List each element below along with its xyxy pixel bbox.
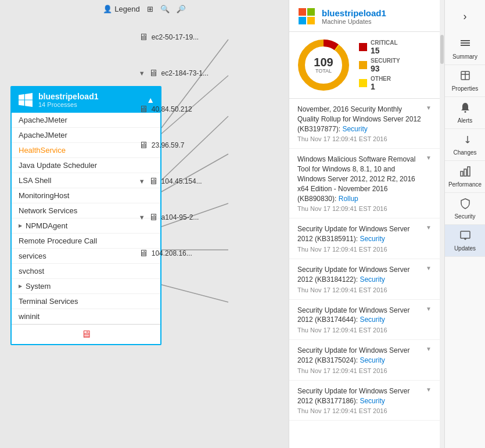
- grid-button[interactable]: ⊞: [147, 5, 153, 13]
- machine-node-m1[interactable]: 🖥 ec2-50-17-19...: [134, 22, 213, 52]
- machine-node-m4[interactable]: 🖥 23.96.59.7: [134, 130, 213, 160]
- properties-icon: [459, 70, 471, 84]
- summary-icon: [459, 38, 471, 52]
- updates-icon: [459, 230, 471, 244]
- update-date-4: Thu Nov 17 12:09:41 EST 2016: [297, 327, 432, 334]
- security-value: 93: [371, 64, 400, 73]
- nav-summary[interactable]: Summary: [445, 33, 485, 65]
- scroll-thumb[interactable]: [440, 35, 444, 64]
- svg-rect-24: [461, 231, 470, 238]
- machine-icon-m7: 🖥: [139, 248, 148, 259]
- chevron-icon-2: ▼: [426, 224, 432, 231]
- update-date-1: Thu Nov 17 12:09:41 EST 2016: [297, 205, 432, 212]
- nav-alerts[interactable]: Alerts: [445, 97, 485, 129]
- machine-icon-m2: 🖥: [149, 68, 158, 78]
- svg-line-6: [161, 285, 228, 302]
- chevron-icon-6: ▼: [426, 386, 432, 393]
- total-number: 109: [314, 56, 333, 68]
- legend-button[interactable]: 👤 Legend: [103, 5, 139, 13]
- zoom-in-button[interactable]: 🔍: [177, 5, 186, 13]
- total-label: TOTAL: [314, 68, 333, 74]
- nav-changes[interactable]: Changes: [445, 129, 485, 161]
- donut-center: 109 TOTAL: [314, 56, 333, 74]
- machine-node-m6[interactable]: ▼ 🖥 a104-95-2...: [134, 202, 213, 232]
- svg-rect-22: [464, 169, 466, 176]
- machine-node-m7[interactable]: 🖥 104.208.16...: [134, 238, 213, 268]
- legend-other: OTHER 1: [359, 76, 400, 91]
- updates-list: November, 2016 Security Monthly Quality …: [289, 99, 440, 448]
- node-header-text: bluestripeload1 14 Processes: [38, 92, 98, 108]
- svg-point-20: [464, 111, 466, 113]
- svg-rect-7: [299, 8, 306, 16]
- nav-security[interactable]: Security: [445, 193, 485, 225]
- update-date-0: Thu Nov 17 12:09:41 EST 2016: [297, 135, 432, 142]
- legend-security: SECURITY 93: [359, 58, 400, 73]
- machine-icon-m1: 🖥: [139, 32, 148, 42]
- other-label: OTHER: [371, 76, 391, 82]
- summary-label: Summary: [452, 53, 477, 60]
- update-item-6[interactable]: Security Update for Windows Server 2012 …: [289, 381, 440, 421]
- svg-rect-15: [461, 42, 470, 44]
- process-System[interactable]: System: [12, 279, 160, 294]
- critical-value: 15: [371, 46, 398, 55]
- svg-rect-10: [307, 17, 315, 24]
- update-item-5[interactable]: Security Update for Windows Server 2012 …: [289, 340, 440, 381]
- detail-panel: bluestripeload1 Machine Updates 109 TO: [289, 0, 440, 448]
- machine-node-m3[interactable]: 🖥 40.84.50.212: [134, 94, 213, 124]
- critical-color-swatch: [359, 43, 367, 51]
- svg-rect-9: [299, 17, 306, 24]
- windows-logo-icon: [17, 92, 34, 108]
- alerts-icon: [459, 102, 471, 116]
- update-item-0[interactable]: November, 2016 Security Monthly Quality …: [289, 99, 440, 149]
- alerts-label: Alerts: [458, 117, 473, 124]
- update-title-2: Security Update for Windows Server 2012 …: [297, 224, 423, 244]
- other-value: 1: [371, 82, 391, 91]
- update-date-5: Thu Nov 17 12:09:41 EST 2016: [297, 367, 432, 374]
- legend-icon: 👤: [103, 5, 112, 13]
- node-subtitle: 14 Processes: [38, 101, 98, 108]
- chevron-icon-4: ▼: [426, 306, 432, 312]
- machine-node-m5[interactable]: ▼ 🖥 104.45.154...: [134, 166, 213, 196]
- node-title: bluestripeload1: [38, 92, 98, 101]
- update-item-1[interactable]: Windows Malicious Software Removal Tool …: [289, 149, 440, 218]
- changes-icon: [459, 134, 471, 148]
- detail-header: bluestripeload1 Machine Updates: [289, 0, 440, 32]
- process-TerminalServices[interactable]: Terminal Services: [12, 294, 160, 309]
- machine-label-m2: ec2-184-73-1...: [161, 69, 209, 77]
- detail-title: bluestripeload1: [322, 8, 386, 18]
- process-wininit[interactable]: wininit: [12, 309, 160, 324]
- update-title-0: November, 2016 Security Monthly Quality …: [297, 105, 423, 134]
- machine-label-m7: 104.208.16...: [152, 249, 192, 257]
- update-date-3: Thu Nov 17 12:09:41 EST 2016: [297, 286, 432, 293]
- properties-label: Properties: [452, 85, 479, 92]
- nav-updates[interactable]: Updates: [445, 225, 485, 257]
- update-title-6: Security Update for Windows Server 2012 …: [297, 386, 423, 406]
- chevron-icon-5: ▼: [426, 346, 432, 352]
- update-title-3: Security Update for Windows Server 2012 …: [297, 265, 423, 285]
- performance-icon: [459, 166, 471, 180]
- legend-label: Legend: [114, 5, 139, 13]
- machine-label-m4: 23.96.59.7: [152, 141, 185, 149]
- detail-header-text: bluestripeload1 Machine Updates: [322, 8, 386, 25]
- security-icon: [459, 198, 471, 212]
- machine-label-m6: a104-95-2...: [161, 213, 199, 221]
- update-item-2[interactable]: Security Update for Windows Server 2012 …: [289, 218, 440, 259]
- update-title-1: Windows Malicious Software Removal Tool …: [297, 155, 423, 203]
- update-item-3[interactable]: Security Update for Windows Server 2012 …: [289, 259, 440, 300]
- legend: CRITICAL 15 SECURITY 93 OTHER 1: [359, 40, 400, 91]
- svg-rect-21: [461, 171, 463, 176]
- nav-properties[interactable]: Properties: [445, 65, 485, 97]
- expand-chevron[interactable]: ›: [459, 6, 472, 27]
- update-item-4[interactable]: Security Update for Windows Server 2012 …: [289, 300, 440, 341]
- update-title-5: Security Update for Windows Server 2012 …: [297, 346, 423, 365]
- nav-performance[interactable]: Performance: [445, 161, 485, 193]
- zoom-out-button[interactable]: 🔍: [160, 5, 170, 13]
- map-toolbar: 👤 Legend ⊞ 🔍 🔍: [103, 5, 185, 13]
- updates-label: Updates: [454, 245, 476, 252]
- machine-label-m5: 104.45.154...: [161, 177, 202, 185]
- performance-label: Performance: [448, 181, 482, 188]
- machine-icon-m4: 🖥: [139, 140, 148, 150]
- chevron-m5: ▼: [139, 178, 145, 185]
- update-date-2: Thu Nov 17 12:09:41 EST 2016: [297, 246, 432, 253]
- machine-node-m2[interactable]: ▼ 🖥 ec2-184-73-1...: [134, 58, 213, 88]
